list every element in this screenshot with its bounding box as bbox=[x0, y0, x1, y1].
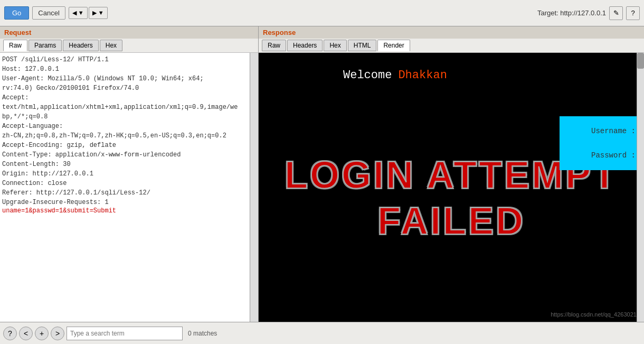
tab-response-render[interactable]: Render bbox=[377, 40, 410, 51]
welcome-row: Welcome Dhakkan bbox=[259, 69, 644, 82]
welcome-label: Welcome bbox=[343, 69, 392, 82]
request-scrollbar[interactable] bbox=[250, 53, 258, 322]
response-title: Response bbox=[259, 26, 644, 39]
render-scrollbar[interactable] bbox=[637, 53, 644, 322]
tab-response-hex[interactable]: Hex bbox=[324, 40, 346, 51]
bottom-bar: ? < + > 0 matches bbox=[0, 322, 644, 344]
help-button[interactable]: ? bbox=[626, 6, 640, 20]
response-panel: Response Raw Headers Hex HTML Render Wel… bbox=[259, 26, 644, 322]
render-inner: Welcome Dhakkan Username : Password : LO… bbox=[259, 53, 644, 322]
prev-match-button[interactable]: < bbox=[19, 327, 33, 340]
forward-button[interactable]: ▶ ▼ bbox=[89, 7, 108, 19]
target-label: Target: http://127.0.0.1 bbox=[537, 9, 606, 17]
username-label: Username : bbox=[568, 127, 636, 135]
render-scroll-thumb[interactable] bbox=[637, 53, 644, 69]
go-button[interactable]: Go bbox=[4, 6, 29, 20]
tab-response-headers[interactable]: Headers bbox=[287, 40, 323, 51]
request-tab-bar: Raw Params Headers Hex bbox=[0, 39, 258, 53]
tab-response-html[interactable]: HTML bbox=[348, 40, 377, 51]
target-area: Target: http://127.0.0.1 ✎ ? bbox=[537, 6, 640, 20]
render-content: Welcome Dhakkan Username : Password : LO… bbox=[259, 53, 644, 322]
request-body[interactable]: POST /sqli/Less-12/ HTTP/1.1 Host: 127.0… bbox=[0, 53, 250, 322]
request-title: Request bbox=[0, 26, 258, 39]
tab-request-headers[interactable]: Headers bbox=[63, 40, 98, 51]
tab-response-raw[interactable]: Raw bbox=[262, 40, 286, 51]
bottom-link: https://blog.csdn.net/qq_42630219 bbox=[551, 311, 640, 318]
response-tab-bar: Raw Headers Hex HTML Render bbox=[259, 39, 644, 53]
tab-request-params[interactable]: Params bbox=[29, 40, 62, 51]
login-box: Username : Password : bbox=[560, 116, 644, 170]
toolbar: Go Cancel ◀ ▼ ▶ ▼ Target: http://127.0.0… bbox=[0, 0, 644, 26]
add-highlight-button[interactable]: + bbox=[35, 327, 49, 340]
nav-group: ◀ ▼ ▶ ▼ bbox=[69, 7, 108, 19]
request-highlight: uname=1&passwd=1&submit=Submit bbox=[2, 207, 248, 215]
search-input[interactable] bbox=[67, 327, 183, 340]
password-label: Password : bbox=[568, 151, 636, 160]
back-button[interactable]: ◀ ▼ bbox=[69, 7, 88, 19]
tab-request-hex[interactable]: Hex bbox=[100, 40, 122, 51]
match-count: 0 matches bbox=[188, 330, 217, 337]
failed-line2: FAILED bbox=[377, 199, 525, 243]
tab-request-raw[interactable]: Raw bbox=[3, 40, 27, 51]
main-area: Request Raw Params Headers Hex POST /sql… bbox=[0, 26, 644, 322]
next-match-button[interactable]: > bbox=[51, 327, 64, 340]
request-text: POST /sqli/Less-12/ HTTP/1.1 Host: 127.0… bbox=[2, 55, 248, 207]
edit-target-button[interactable]: ✎ bbox=[609, 6, 623, 20]
request-panel: Request Raw Params Headers Hex POST /sql… bbox=[0, 26, 259, 322]
help-circle-button[interactable]: ? bbox=[3, 327, 17, 340]
cancel-button[interactable]: Cancel bbox=[32, 6, 65, 20]
welcome-name: Dhakkan bbox=[398, 69, 447, 82]
